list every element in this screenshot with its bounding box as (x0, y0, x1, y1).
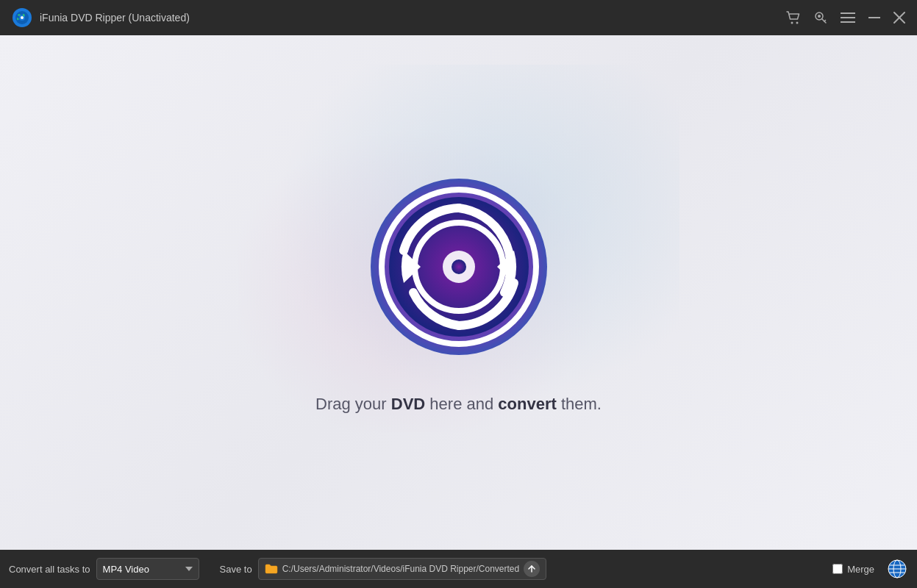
svg-point-4 (791, 22, 793, 24)
main-content[interactable]: Drag your DVD here and convert them. (0, 35, 917, 550)
cart-icon[interactable] (786, 11, 801, 24)
convert-all-tasks-label: Convert all tasks to (9, 564, 90, 575)
merge-checkbox[interactable] (832, 564, 843, 574)
title-bar-icons (786, 11, 905, 24)
save-path-text: C:/Users/Administrator/Videos/iFunia DVD… (282, 564, 520, 574)
menu-icon[interactable] (841, 12, 855, 24)
title-bar: iFunia DVD Ripper (Unactivated) (0, 0, 917, 35)
globe-button[interactable] (886, 558, 908, 580)
save-path-container: C:/Users/Administrator/Videos/iFunia DVD… (258, 558, 547, 580)
app-title: iFunia DVD Ripper (Unactivated) (40, 12, 786, 24)
bottom-bar: Convert all tasks to MP4 Video MOV Video… (0, 550, 917, 588)
minimize-icon[interactable] (868, 17, 880, 18)
drag-text-container: Drag your DVD here and convert them. (315, 395, 602, 414)
open-folder-button[interactable] (524, 561, 540, 577)
svg-point-3 (21, 16, 24, 19)
svg-point-7 (818, 15, 821, 18)
logo-container (363, 171, 554, 365)
svg-point-19 (452, 259, 466, 274)
drag-instruction-text: Drag your DVD here and convert them. (315, 395, 602, 413)
merge-label: Merge (847, 564, 874, 575)
svg-point-5 (796, 22, 799, 24)
key-icon[interactable] (814, 11, 827, 24)
close-icon[interactable] (893, 12, 905, 24)
dvd-logo-icon (363, 171, 554, 362)
merge-container: Merge (832, 564, 874, 575)
app-logo (12, 7, 32, 28)
save-to-label: Save to (220, 564, 252, 575)
format-select[interactable]: MP4 Video MOV Video AVI Video MKV Video … (96, 558, 199, 580)
folder-icon (265, 564, 278, 574)
